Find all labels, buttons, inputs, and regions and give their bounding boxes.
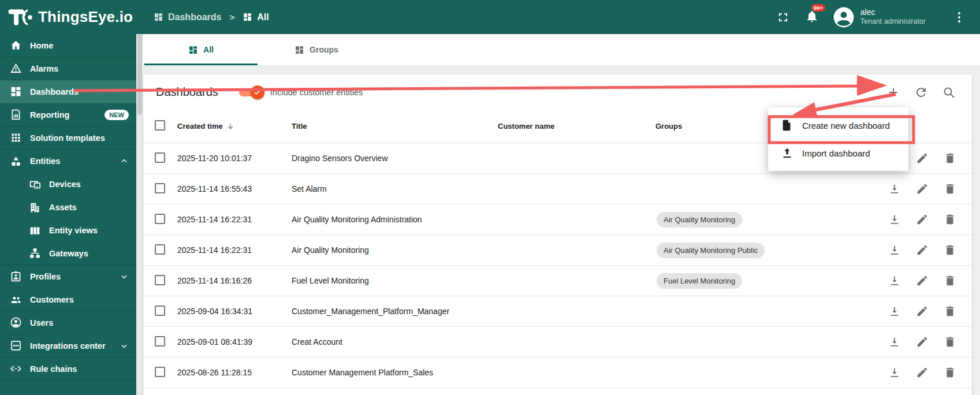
search-button[interactable] xyxy=(942,85,956,99)
edit-dashboard-button[interactable] xyxy=(916,336,929,348)
edit-dashboard-button[interactable] xyxy=(916,182,929,195)
trash-icon xyxy=(944,152,956,165)
menu-item-import-dashboard[interactable]: Import dashboard xyxy=(768,139,908,167)
cell-groups: Air Quality Monitoring xyxy=(655,212,880,228)
notifications-badge: 99+ xyxy=(811,4,825,12)
table-row[interactable]: 2025-11-14 16:22:31 Air Quality Monitori… xyxy=(143,204,972,235)
row-checkbox[interactable] xyxy=(155,214,165,224)
table-row[interactable]: 2025-11-14 16:55:43 Set Alarm xyxy=(143,174,972,204)
new-badge: NEW xyxy=(105,110,129,120)
row-checkbox[interactable] xyxy=(155,275,165,285)
sidebar-item-rule-chains[interactable]: Rule chains xyxy=(0,357,136,381)
export-dashboard-button[interactable] xyxy=(888,244,901,256)
tab-groups[interactable]: Groups xyxy=(259,34,374,65)
delete-dashboard-button[interactable] xyxy=(944,152,956,165)
edit-dashboard-button[interactable] xyxy=(916,213,929,226)
column-header-created-time[interactable]: Created time xyxy=(166,122,292,131)
row-checkbox[interactable] xyxy=(155,244,165,255)
export-dashboard-button[interactable] xyxy=(888,274,901,287)
delete-dashboard-button[interactable] xyxy=(944,274,956,287)
table-row[interactable]: 2025-11-14 16:22:31 Air Quality Monitori… xyxy=(143,235,972,266)
row-checkbox[interactable] xyxy=(155,152,165,163)
delete-dashboard-button[interactable] xyxy=(944,305,956,318)
sort-desc-icon xyxy=(226,122,235,131)
group-chip[interactable]: Air Quality Monitoring xyxy=(657,212,742,228)
scrollbar-thumb[interactable] xyxy=(137,34,142,115)
toggle-thumb xyxy=(251,85,264,99)
include-customer-entities-toggle[interactable] xyxy=(239,85,264,99)
group-chip[interactable]: Fuel Level Monitoring xyxy=(657,273,742,289)
edit-dashboard-button[interactable] xyxy=(916,274,929,287)
sidebar-item-profiles[interactable]: Profiles xyxy=(0,265,136,288)
dashboard-groups-icon xyxy=(295,45,304,55)
sidebar-item-users[interactable]: Users xyxy=(0,311,136,334)
table-row[interactable]: 2025-09-01 08:41:39 Creat Account xyxy=(143,327,972,357)
delete-dashboard-button[interactable] xyxy=(944,336,956,348)
row-actions xyxy=(880,305,972,318)
export-dashboard-button[interactable] xyxy=(888,336,901,348)
row-checkbox[interactable] xyxy=(155,367,165,377)
table-row[interactable]: 2025-09-04 16:34:31 Customer_Management_… xyxy=(143,296,972,327)
delete-dashboard-button[interactable] xyxy=(944,244,956,256)
document-icon xyxy=(781,119,793,132)
sidebar-item-entities[interactable]: Entities xyxy=(0,150,136,173)
delete-dashboard-button[interactable] xyxy=(944,182,956,195)
gateways-icon xyxy=(29,247,41,259)
column-header-customer-name[interactable]: Customer name xyxy=(498,122,655,131)
edit-dashboard-button[interactable] xyxy=(916,305,929,318)
add-dashboard-button[interactable] xyxy=(886,85,900,99)
rule-chains-icon xyxy=(10,363,22,375)
sidebar-item-home[interactable]: Home xyxy=(0,34,136,57)
edit-dashboard-button[interactable] xyxy=(916,152,929,165)
delete-dashboard-button[interactable] xyxy=(944,213,956,226)
select-all-checkbox[interactable] xyxy=(155,120,165,131)
sidebar-item-alarms[interactable]: Alarms xyxy=(0,57,136,80)
sidebar-item-customers[interactable]: Customers xyxy=(0,288,136,311)
pencil-icon xyxy=(916,336,929,348)
export-dashboard-button[interactable] xyxy=(888,305,901,318)
delete-dashboard-button[interactable] xyxy=(944,366,956,379)
tab-all[interactable]: All xyxy=(143,34,259,65)
sidebar-item-gateways[interactable]: Gateways xyxy=(0,242,136,265)
export-dashboard-button[interactable] xyxy=(888,366,901,379)
sidebar-item-entity-views[interactable]: Entity views xyxy=(0,219,136,242)
edit-dashboard-button[interactable] xyxy=(916,244,929,256)
row-checkbox[interactable] xyxy=(155,305,165,316)
cell-created-time: 2025-11-20 10:01:37 xyxy=(166,154,292,163)
breadcrumb-dashboards[interactable]: Dashboards xyxy=(154,12,221,23)
cell-groups: Air Quality Monitoring Public xyxy=(655,243,880,258)
table-row[interactable]: 2025-11-14 16:16:26 Fuel Level Monitorin… xyxy=(143,266,972,296)
refresh-button[interactable] xyxy=(914,85,928,99)
avatar[interactable] xyxy=(833,6,855,28)
sidebar-item-integrations-center[interactable]: Integrations center xyxy=(0,334,136,357)
sidebar-item-reporting[interactable]: Reporting NEW xyxy=(0,103,136,126)
users-icon xyxy=(10,316,22,329)
download-icon xyxy=(888,336,901,348)
row-checkbox[interactable] xyxy=(155,336,165,346)
refresh-icon xyxy=(914,85,928,99)
more-menu-button[interactable] xyxy=(952,10,966,24)
dashboards-icon xyxy=(154,12,163,22)
sidebar-item-dashboards[interactable]: Dashboards xyxy=(0,80,136,103)
export-dashboard-button[interactable] xyxy=(888,213,901,226)
cell-created-time: 2025-09-01 08:41:39 xyxy=(166,337,292,346)
upload-icon xyxy=(781,147,793,159)
menu-item-label: Create new dashboard xyxy=(802,121,890,131)
chevron-up-icon xyxy=(119,156,129,166)
group-chip[interactable]: Air Quality Monitoring Public xyxy=(657,243,765,258)
cell-created-time: 2025-09-04 16:34:31 xyxy=(166,307,292,316)
export-dashboard-button[interactable] xyxy=(888,182,901,195)
sidebar-item-devices[interactable]: Devices xyxy=(0,173,136,196)
menu-item-create-new-dashboard[interactable]: Create new dashboard xyxy=(768,111,908,139)
breadcrumb-all[interactable]: All xyxy=(243,12,269,23)
table-row[interactable]: 2025-08-26 11:28:15 Customer Management … xyxy=(143,357,972,388)
row-checkbox[interactable] xyxy=(155,183,165,193)
sidebar-item-solution-templates[interactable]: Solution templates xyxy=(0,126,136,150)
header-actions: 99+ alec Tenant administrator xyxy=(776,6,980,28)
column-header-title[interactable]: Title xyxy=(292,122,498,131)
edit-dashboard-button[interactable] xyxy=(916,366,929,379)
sidebar-item-assets[interactable]: Assets xyxy=(0,196,136,219)
home-icon xyxy=(10,39,22,51)
fullscreen-button[interactable] xyxy=(776,10,790,24)
trash-icon xyxy=(944,213,956,226)
